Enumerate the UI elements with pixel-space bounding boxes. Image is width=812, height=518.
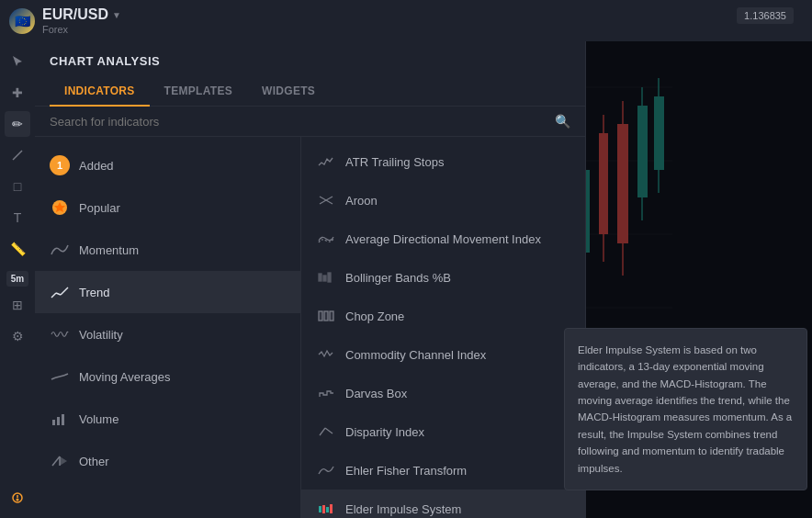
settings-tool[interactable]: ⚙ <box>5 323 30 349</box>
panel-header: CHART ANALYSIS INDICATORS TEMPLATES WIDG… <box>35 41 585 107</box>
admi-icon <box>316 229 336 249</box>
category-label-volatility: Volatility <box>79 328 123 342</box>
tab-indicators[interactable]: INDICATORS <box>50 77 150 107</box>
text-tool[interactable]: T <box>5 205 30 231</box>
category-label-added: Added <box>79 159 114 173</box>
categories-list: 1 Added Popular Momentum <box>35 137 301 518</box>
currency-info: EUR/USD ▼ Forex <box>42 6 121 35</box>
moving-averages-icon <box>50 366 70 387</box>
darvas-icon <box>316 383 336 403</box>
svg-rect-73 <box>326 507 329 512</box>
svg-rect-74 <box>330 504 333 513</box>
category-label-moving-averages: Moving Averages <box>79 370 171 384</box>
indicator-elder[interactable]: Elder Impulse System <box>301 490 585 518</box>
ehler-icon <box>316 460 336 480</box>
volume-icon <box>50 409 70 429</box>
tab-widgets[interactable]: WIDGETS <box>247 77 330 107</box>
indicator-disparity[interactable]: Disparity Index <box>301 412 585 451</box>
pencil-tool[interactable]: ✏ <box>5 111 30 137</box>
category-label-volume: Volume <box>79 412 118 426</box>
market-type: Forex <box>42 24 121 35</box>
aroon-icon <box>316 190 336 210</box>
cci-icon <box>316 344 336 365</box>
search-icon[interactable]: 🔍 <box>555 114 570 129</box>
atr-trailing-icon <box>316 152 336 172</box>
svg-rect-68 <box>330 311 333 321</box>
category-item-volume[interactable]: Volume <box>35 398 300 440</box>
other-icon <box>50 451 70 471</box>
category-item-momentum[interactable]: Momentum <box>35 229 300 271</box>
shapes-tool[interactable]: □ <box>5 174 30 199</box>
top-bar: 🇪🇺 EUR/USD ▼ Forex 1.136835 <box>0 0 812 41</box>
category-item-moving-averages[interactable]: Moving Averages <box>35 355 300 398</box>
timeframe-button[interactable]: 5m <box>6 271 28 287</box>
svg-line-52 <box>51 293 56 298</box>
category-item-trend[interactable]: Trend <box>35 271 300 313</box>
indicators-list: ATR Trailing Stops Aroon <box>301 137 585 518</box>
indicator-chop-zone[interactable]: Chop Zone <box>301 297 585 335</box>
category-label-momentum: Momentum <box>79 243 139 257</box>
svg-line-70 <box>325 428 333 434</box>
panel-title: CHART ANALYSIS <box>50 54 570 68</box>
svg-rect-55 <box>52 420 55 425</box>
category-item-popular[interactable]: Popular <box>35 186 300 229</box>
category-label-other: Other <box>79 455 109 468</box>
svg-rect-71 <box>319 506 321 512</box>
layers-tool[interactable]: ⊞ <box>5 292 30 318</box>
indicator-cci[interactable]: Commodity Channel Index <box>301 335 585 374</box>
indicator-admi[interactable]: Average Directional Movement Index <box>301 220 585 258</box>
category-label-trend: Trend <box>79 286 109 299</box>
indicator-darvas[interactable]: Darvas Box <box>301 374 585 412</box>
category-item-volatility[interactable]: Volatility <box>35 313 300 355</box>
svg-line-53 <box>56 293 61 295</box>
svg-rect-66 <box>319 311 322 321</box>
disparity-icon <box>316 422 336 442</box>
volatility-icon <box>50 324 70 344</box>
momentum-icon <box>50 240 70 260</box>
category-item-added[interactable]: 1 Added <box>35 144 300 186</box>
svg-line-46 <box>13 151 22 160</box>
svg-line-69 <box>320 428 325 435</box>
category-label-popular: Popular <box>79 201 120 215</box>
indicator-bb-pctb[interactable]: Bollinger Bands %B <box>301 258 585 297</box>
indicator-tooltip: Elder Impulse System is based on two ind… <box>564 328 807 490</box>
svg-rect-57 <box>62 414 64 425</box>
category-item-other[interactable]: Other <box>35 440 300 482</box>
search-bar: 🔍 <box>35 107 585 137</box>
currency-flag: 🇪🇺 <box>9 8 35 34</box>
indicator-aroon[interactable]: Aroon <box>301 181 585 220</box>
panel-tabs: INDICATORS TEMPLATES WIDGETS <box>50 77 570 106</box>
svg-line-54 <box>61 287 68 295</box>
bb-pctb-icon <box>316 267 336 287</box>
line-tool[interactable] <box>5 142 30 168</box>
svg-line-58 <box>52 456 60 466</box>
tab-templates[interactable]: TEMPLATES <box>150 77 247 107</box>
indicator-atr-trailing[interactable]: ATR Trailing Stops <box>301 142 585 181</box>
svg-rect-63 <box>319 274 321 281</box>
chart-analysis-panel: CHART ANALYSIS INDICATORS TEMPLATES WIDG… <box>35 41 586 518</box>
search-input[interactable] <box>50 115 547 129</box>
svg-rect-65 <box>328 273 331 282</box>
price-badge: 1.136835 <box>737 7 794 24</box>
tooltip-text: Elder Impulse System is based on two ind… <box>578 344 792 474</box>
svg-marker-60 <box>60 456 67 466</box>
crosshair-tool[interactable]: ✚ <box>5 80 30 106</box>
trend-icon <box>50 282 70 302</box>
currency-pair[interactable]: EUR/USD ▼ <box>42 6 121 23</box>
svg-rect-56 <box>57 417 60 425</box>
svg-rect-72 <box>322 505 325 513</box>
svg-rect-64 <box>323 276 326 281</box>
left-sidebar: ✚ ✏ □ T 📏 5m ⊞ ⚙ <box>0 41 35 518</box>
chevron-down-icon: ▼ <box>112 10 121 20</box>
svg-rect-67 <box>324 311 328 321</box>
svg-point-49 <box>17 499 18 501</box>
panel-content: 1 Added Popular Momentum <box>35 137 585 518</box>
measure-tool[interactable]: 📏 <box>5 236 30 262</box>
chop-zone-icon <box>316 306 336 326</box>
added-badge: 1 <box>50 155 70 175</box>
popular-icon <box>50 197 70 218</box>
elder-icon <box>316 499 336 518</box>
indicator-ehler[interactable]: Ehler Fisher Transform <box>301 451 585 490</box>
indicator-button[interactable] <box>5 485 30 511</box>
cursor-tool[interactable] <box>5 49 30 74</box>
